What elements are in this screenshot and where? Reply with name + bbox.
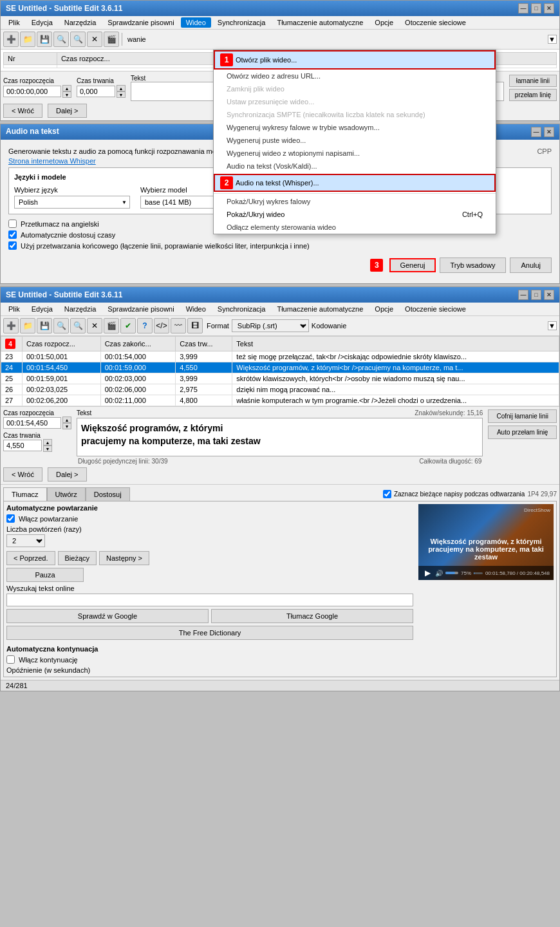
tb3-help[interactable]: ? bbox=[137, 318, 153, 333]
close-btn-3[interactable]: ✕ bbox=[544, 290, 554, 300]
dialog-close[interactable]: ✕ bbox=[544, 127, 554, 137]
menu-gen-waveform[interactable]: Wygeneruj wykresy falowe w trybie wsadow… bbox=[214, 121, 496, 134]
tb-search[interactable]: 🔍 bbox=[53, 32, 69, 47]
tb3-wave[interactable]: 〰 bbox=[171, 318, 186, 333]
table-row[interactable]: 25 00:01:59,001 00:02:03,000 3,999 skrót… bbox=[1, 373, 559, 384]
menu3-plik[interactable]: Plik bbox=[3, 304, 25, 314]
repeat-cb[interactable] bbox=[6, 514, 15, 523]
current-btn[interactable]: Bieżący bbox=[58, 551, 97, 565]
tb3-code[interactable]: </> bbox=[154, 318, 169, 333]
editor-back-btn[interactable]: < Wróć bbox=[3, 467, 42, 482]
dur-input[interactable] bbox=[77, 86, 115, 97]
menu-wideo[interactable]: Wideo bbox=[181, 17, 211, 28]
maximize-btn-3[interactable]: □ bbox=[531, 290, 541, 300]
tb-open[interactable]: 📁 bbox=[20, 32, 35, 47]
tb3-open[interactable]: 📁 bbox=[20, 318, 35, 333]
menu3-wideo[interactable]: Wideo bbox=[181, 304, 211, 314]
menu3-opcje[interactable]: Opcje bbox=[369, 304, 398, 314]
editor-dur-input[interactable] bbox=[3, 440, 42, 451]
menu-narzedzia[interactable]: Narzędzia bbox=[59, 17, 102, 28]
menu-open-video-file[interactable]: 1 Otwórz plik wideo... bbox=[214, 50, 496, 70]
menu-plik[interactable]: Plik bbox=[3, 17, 25, 28]
tb-add[interactable]: ➕ bbox=[3, 32, 19, 47]
search-online-input[interactable] bbox=[6, 594, 413, 606]
editor-dur-up[interactable]: ▲ bbox=[43, 439, 52, 445]
editor-start-up[interactable]: ▲ bbox=[62, 417, 71, 423]
cb-postprocess[interactable] bbox=[8, 241, 17, 250]
start-up[interactable]: ▲ bbox=[62, 85, 71, 91]
menu-sprawdzanie[interactable]: Sprawdzanie pisowni bbox=[102, 17, 179, 28]
menu-whisper[interactable]: 2 Audio na tekst (Whisper)... bbox=[214, 174, 496, 192]
tb3-save[interactable]: 💾 bbox=[37, 318, 52, 333]
menu-detach[interactable]: Odłącz elementy sterowania wideo bbox=[214, 221, 496, 234]
start-time-input[interactable] bbox=[3, 86, 61, 97]
tab-tlumacz[interactable]: Tłumacz bbox=[3, 487, 47, 501]
menu3-synchronizacja[interactable]: Synchronizacja bbox=[212, 304, 271, 314]
repeat-count-select[interactable]: 2 bbox=[6, 534, 45, 547]
play-btn[interactable]: ▶ bbox=[422, 568, 433, 578]
menu3-sprawdzanie[interactable]: Sprawdzanie pisowni bbox=[102, 304, 179, 314]
tb3-check[interactable]: ✔ bbox=[120, 318, 136, 333]
close-btn-1[interactable]: ✕ bbox=[544, 3, 554, 14]
minimize-btn-3[interactable]: — bbox=[518, 290, 528, 300]
format-select[interactable]: SubRip (.srt) bbox=[232, 319, 309, 332]
tab-dostosuj[interactable]: Dostosuj bbox=[86, 487, 130, 501]
progress-bar[interactable] bbox=[474, 572, 483, 574]
continuation-cb[interactable] bbox=[6, 655, 15, 664]
cb-translate[interactable] bbox=[8, 220, 17, 228]
cb-broadcast[interactable] bbox=[383, 490, 391, 498]
pause-btn[interactable]: Pauza bbox=[6, 568, 84, 582]
volume-icon[interactable]: 🔊 bbox=[435, 570, 443, 577]
menu-vosk[interactable]: Audio na tekst (Vosk/Kaldi)... bbox=[214, 160, 496, 173]
tb3-add[interactable]: ➕ bbox=[3, 318, 19, 333]
tb3-search2[interactable]: 🔍 bbox=[70, 318, 86, 333]
table-row[interactable]: 23 00:01:50,001 00:01:54,000 3,999 też s… bbox=[1, 351, 559, 362]
menu-otoczenie[interactable]: Otoczenie sieciowe bbox=[400, 17, 471, 28]
menu-gen-burned[interactable]: Wygeneruj wideo z wtopionymi napisami... bbox=[214, 147, 496, 160]
tb3-video[interactable]: 🎬 bbox=[104, 318, 119, 333]
dur-up[interactable]: ▲ bbox=[117, 85, 126, 91]
menu-tlumaczenie[interactable]: Tłumaczenie automatyczne bbox=[272, 17, 368, 28]
editor-dur-down[interactable]: ▼ bbox=[43, 445, 52, 452]
generate-btn[interactable]: Generuj bbox=[389, 258, 435, 272]
table-row-selected[interactable]: 24 00:01:54,450 00:01:59,000 4,550 Więks… bbox=[1, 362, 559, 373]
tb3-film[interactable]: 🎞 bbox=[187, 318, 203, 333]
editor-start-input[interactable] bbox=[3, 417, 61, 429]
start-down[interactable]: ▼ bbox=[62, 91, 71, 98]
minimize-btn-1[interactable]: — bbox=[518, 3, 528, 14]
tab-utworz[interactable]: Utwórz bbox=[47, 487, 86, 501]
menu3-tlumaczenie[interactable]: Tłumaczenie automatyczne bbox=[272, 304, 368, 314]
menu-opcje[interactable]: Opcje bbox=[369, 17, 398, 28]
tb-save[interactable]: 💾 bbox=[37, 32, 52, 47]
cb-adjust[interactable] bbox=[8, 230, 17, 239]
volume-bar[interactable] bbox=[445, 572, 458, 574]
next-btn-1[interactable]: Dalej > bbox=[48, 104, 87, 118]
batch-btn[interactable]: Tryb wsadowy bbox=[440, 258, 507, 273]
menu3-otoczenie[interactable]: Otoczenie sieciowe bbox=[400, 304, 471, 314]
text-editor-box[interactable]: Większość programów, z którymipracujemy … bbox=[77, 418, 483, 456]
tb-search2[interactable]: 🔍 bbox=[70, 32, 86, 47]
tb-video[interactable]: 🎬 bbox=[104, 32, 119, 47]
maximize-btn-1[interactable]: □ bbox=[531, 3, 541, 14]
tb-close[interactable]: ✕ bbox=[87, 32, 102, 47]
menu-open-url[interactable]: Otwórz wideo z adresu URL... bbox=[214, 70, 496, 82]
dialog-minimize[interactable]: — bbox=[531, 127, 541, 137]
tb3-search[interactable]: 🔍 bbox=[53, 318, 69, 333]
free-dictionary-btn[interactable]: The Free Dictionary bbox=[6, 626, 413, 640]
cancel-btn[interactable]: Anuluj bbox=[510, 258, 552, 273]
next-btn[interactable]: Następny > bbox=[99, 551, 149, 565]
whisper-link[interactable]: Strona internetowa Whisper bbox=[8, 157, 96, 165]
menu-show-video-row[interactable]: Pokaż/Ukryj wideo Ctrl+Q bbox=[214, 208, 496, 221]
menu-show-waveform[interactable]: Pokaż/Ukryj wykres falowy bbox=[214, 195, 496, 208]
scroll-indicator[interactable]: ▼ bbox=[548, 35, 557, 44]
menu3-narzedzia[interactable]: Narzędzia bbox=[59, 304, 102, 314]
menu-edycja[interactable]: Edycja bbox=[26, 17, 58, 28]
lang-select[interactable]: Polish bbox=[14, 196, 130, 209]
editor-start-down[interactable]: ▼ bbox=[62, 423, 71, 429]
menu-gen-blank[interactable]: Wygeneruj puste wideo... bbox=[214, 134, 496, 147]
google-translate-btn[interactable]: Tłumacz Google bbox=[211, 609, 413, 623]
auto-break-btn[interactable]: przełam linię bbox=[509, 89, 557, 101]
dur-down[interactable]: ▼ bbox=[117, 91, 126, 98]
back-btn-1[interactable]: < Wróć bbox=[3, 104, 42, 118]
google-check-btn[interactable]: Sprawdź w Google bbox=[6, 609, 209, 623]
